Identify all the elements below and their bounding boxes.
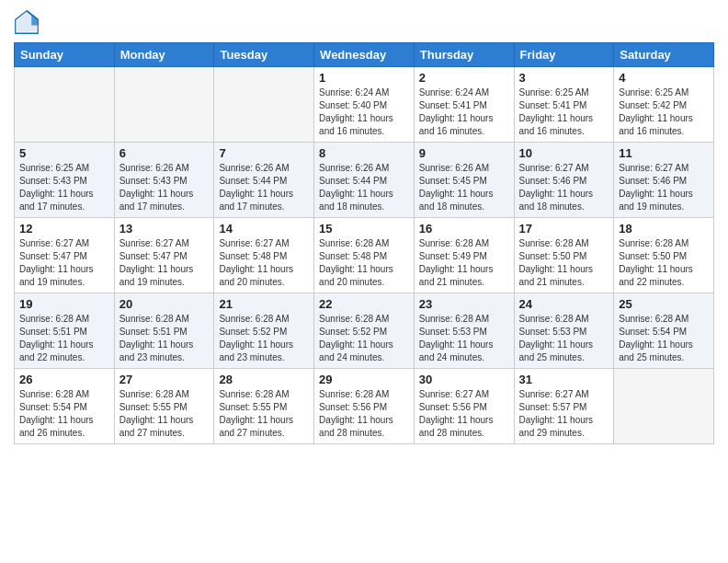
- calendar-cell: 16Sunrise: 6:28 AM Sunset: 5:49 PM Dayli…: [414, 218, 514, 293]
- day-header-thursday: Thursday: [414, 43, 514, 67]
- day-info: Sunrise: 6:28 AM Sunset: 5:54 PM Dayligh…: [19, 388, 109, 440]
- calendar-cell: 21Sunrise: 6:28 AM Sunset: 5:52 PM Dayli…: [214, 293, 314, 369]
- day-info: Sunrise: 6:25 AM Sunset: 5:42 PM Dayligh…: [619, 86, 709, 138]
- calendar-cell: [614, 369, 714, 444]
- calendar-week-row: 26Sunrise: 6:28 AM Sunset: 5:54 PM Dayli…: [15, 369, 714, 444]
- header: [14, 9, 714, 35]
- day-number: 16: [419, 222, 509, 236]
- day-info: Sunrise: 6:28 AM Sunset: 5:49 PM Dayligh…: [419, 237, 509, 289]
- calendar-cell: 17Sunrise: 6:28 AM Sunset: 5:50 PM Dayli…: [514, 218, 614, 293]
- day-number: 27: [119, 373, 210, 386]
- day-header-monday: Monday: [114, 43, 214, 67]
- day-info: Sunrise: 6:28 AM Sunset: 5:54 PM Dayligh…: [619, 313, 709, 364]
- day-number: 22: [319, 297, 409, 311]
- day-number: 20: [119, 297, 210, 311]
- logo: [14, 9, 43, 35]
- calendar-cell: 6Sunrise: 6:26 AM Sunset: 5:43 PM Daylig…: [114, 143, 214, 218]
- day-number: 7: [219, 146, 309, 160]
- day-info: Sunrise: 6:24 AM Sunset: 5:40 PM Dayligh…: [319, 86, 409, 138]
- day-number: 2: [419, 71, 509, 85]
- day-info: Sunrise: 6:27 AM Sunset: 5:47 PM Dayligh…: [119, 237, 210, 289]
- calendar-week-row: 12Sunrise: 6:27 AM Sunset: 5:47 PM Dayli…: [15, 218, 714, 293]
- calendar-cell: [114, 67, 214, 143]
- calendar-cell: 12Sunrise: 6:27 AM Sunset: 5:47 PM Dayli…: [15, 218, 115, 293]
- calendar-cell: 11Sunrise: 6:27 AM Sunset: 5:46 PM Dayli…: [614, 143, 714, 218]
- day-number: 29: [319, 373, 409, 386]
- day-header-wednesday: Wednesday: [314, 43, 415, 67]
- calendar-cell: 29Sunrise: 6:28 AM Sunset: 5:56 PM Dayli…: [314, 369, 415, 444]
- day-info: Sunrise: 6:28 AM Sunset: 5:52 PM Dayligh…: [219, 313, 309, 364]
- calendar-cell: 14Sunrise: 6:27 AM Sunset: 5:48 PM Dayli…: [214, 218, 314, 293]
- calendar-week-row: 19Sunrise: 6:28 AM Sunset: 5:51 PM Dayli…: [15, 293, 714, 369]
- day-info: Sunrise: 6:28 AM Sunset: 5:50 PM Dayligh…: [519, 237, 609, 289]
- day-number: 24: [519, 297, 609, 311]
- calendar-cell: 8Sunrise: 6:26 AM Sunset: 5:44 PM Daylig…: [314, 143, 415, 218]
- calendar-cell: 18Sunrise: 6:28 AM Sunset: 5:50 PM Dayli…: [614, 218, 714, 293]
- day-number: 14: [219, 222, 309, 236]
- day-info: Sunrise: 6:26 AM Sunset: 5:43 PM Dayligh…: [119, 162, 210, 213]
- day-header-tuesday: Tuesday: [214, 43, 314, 67]
- day-number: 21: [219, 297, 309, 311]
- calendar-cell: 2Sunrise: 6:24 AM Sunset: 5:41 PM Daylig…: [414, 67, 514, 143]
- calendar-cell: [214, 67, 314, 143]
- calendar-cell: 19Sunrise: 6:28 AM Sunset: 5:51 PM Dayli…: [15, 293, 115, 369]
- calendar-cell: 26Sunrise: 6:28 AM Sunset: 5:54 PM Dayli…: [15, 369, 115, 444]
- calendar: SundayMondayTuesdayWednesdayThursdayFrid…: [14, 42, 714, 444]
- day-number: 19: [19, 297, 109, 311]
- day-info: Sunrise: 6:28 AM Sunset: 5:53 PM Dayligh…: [519, 313, 609, 364]
- day-number: 13: [119, 222, 210, 236]
- day-info: Sunrise: 6:28 AM Sunset: 5:56 PM Dayligh…: [319, 388, 409, 440]
- day-number: 8: [319, 146, 409, 160]
- day-number: 31: [519, 373, 609, 386]
- day-number: 30: [419, 373, 509, 386]
- day-info: Sunrise: 6:28 AM Sunset: 5:55 PM Dayligh…: [119, 388, 210, 440]
- calendar-cell: 22Sunrise: 6:28 AM Sunset: 5:52 PM Dayli…: [314, 293, 415, 369]
- day-info: Sunrise: 6:25 AM Sunset: 5:41 PM Dayligh…: [519, 86, 609, 138]
- day-number: 9: [419, 146, 509, 160]
- day-info: Sunrise: 6:26 AM Sunset: 5:44 PM Dayligh…: [319, 162, 409, 213]
- calendar-cell: 23Sunrise: 6:28 AM Sunset: 5:53 PM Dayli…: [414, 293, 514, 369]
- calendar-cell: 4Sunrise: 6:25 AM Sunset: 5:42 PM Daylig…: [614, 67, 714, 143]
- calendar-cell: 10Sunrise: 6:27 AM Sunset: 5:46 PM Dayli…: [514, 143, 614, 218]
- calendar-week-row: 1Sunrise: 6:24 AM Sunset: 5:40 PM Daylig…: [15, 67, 714, 143]
- calendar-cell: 9Sunrise: 6:26 AM Sunset: 5:45 PM Daylig…: [414, 143, 514, 218]
- calendar-header-row: SundayMondayTuesdayWednesdayThursdayFrid…: [15, 43, 714, 67]
- calendar-week-row: 5Sunrise: 6:25 AM Sunset: 5:43 PM Daylig…: [15, 143, 714, 218]
- day-info: Sunrise: 6:28 AM Sunset: 5:51 PM Dayligh…: [119, 313, 210, 364]
- day-number: 5: [19, 146, 109, 160]
- calendar-cell: 3Sunrise: 6:25 AM Sunset: 5:41 PM Daylig…: [514, 67, 614, 143]
- calendar-cell: [15, 67, 115, 143]
- calendar-cell: 31Sunrise: 6:27 AM Sunset: 5:57 PM Dayli…: [514, 369, 614, 444]
- day-info: Sunrise: 6:26 AM Sunset: 5:45 PM Dayligh…: [419, 162, 509, 213]
- calendar-cell: 27Sunrise: 6:28 AM Sunset: 5:55 PM Dayli…: [114, 369, 214, 444]
- day-info: Sunrise: 6:27 AM Sunset: 5:46 PM Dayligh…: [519, 162, 609, 213]
- day-number: 15: [319, 222, 409, 236]
- day-number: 6: [119, 146, 210, 160]
- calendar-cell: 25Sunrise: 6:28 AM Sunset: 5:54 PM Dayli…: [614, 293, 714, 369]
- day-info: Sunrise: 6:28 AM Sunset: 5:53 PM Dayligh…: [419, 313, 509, 364]
- day-info: Sunrise: 6:28 AM Sunset: 5:48 PM Dayligh…: [319, 237, 409, 289]
- calendar-cell: 30Sunrise: 6:27 AM Sunset: 5:56 PM Dayli…: [414, 369, 514, 444]
- calendar-cell: 7Sunrise: 6:26 AM Sunset: 5:44 PM Daylig…: [214, 143, 314, 218]
- day-info: Sunrise: 6:28 AM Sunset: 5:52 PM Dayligh…: [319, 313, 409, 364]
- day-info: Sunrise: 6:27 AM Sunset: 5:56 PM Dayligh…: [419, 388, 509, 440]
- day-info: Sunrise: 6:26 AM Sunset: 5:44 PM Dayligh…: [219, 162, 309, 213]
- calendar-cell: 5Sunrise: 6:25 AM Sunset: 5:43 PM Daylig…: [15, 143, 115, 218]
- calendar-cell: 1Sunrise: 6:24 AM Sunset: 5:40 PM Daylig…: [314, 67, 415, 143]
- day-number: 26: [19, 373, 109, 386]
- day-number: 17: [519, 222, 609, 236]
- day-header-sunday: Sunday: [15, 43, 115, 67]
- day-number: 3: [519, 71, 609, 85]
- day-info: Sunrise: 6:27 AM Sunset: 5:48 PM Dayligh…: [219, 237, 309, 289]
- day-number: 12: [19, 222, 109, 236]
- day-info: Sunrise: 6:27 AM Sunset: 5:46 PM Dayligh…: [619, 162, 709, 213]
- day-number: 1: [319, 71, 409, 85]
- calendar-cell: 15Sunrise: 6:28 AM Sunset: 5:48 PM Dayli…: [314, 218, 415, 293]
- day-number: 23: [419, 297, 509, 311]
- day-header-saturday: Saturday: [614, 43, 714, 67]
- day-number: 10: [519, 146, 609, 160]
- calendar-cell: 20Sunrise: 6:28 AM Sunset: 5:51 PM Dayli…: [114, 293, 214, 369]
- day-info: Sunrise: 6:28 AM Sunset: 5:50 PM Dayligh…: [619, 237, 709, 289]
- day-number: 28: [219, 373, 309, 386]
- day-number: 25: [619, 297, 709, 311]
